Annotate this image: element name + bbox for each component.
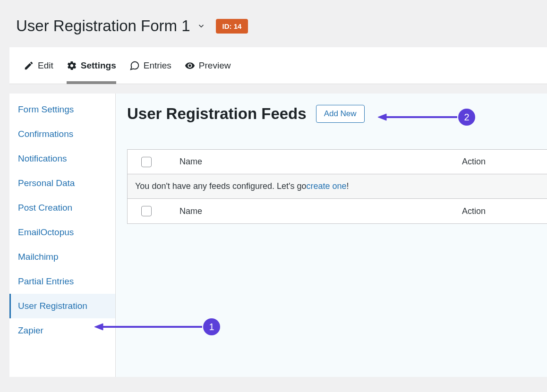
sidebar-item-post-creation[interactable]: Post Creation xyxy=(9,196,115,220)
eye-icon xyxy=(185,60,195,71)
feeds-table: Name Action You don't have any feeds con… xyxy=(127,149,547,224)
content-area: User Registration Feeds Add New Name Act… xyxy=(116,94,547,377)
add-new-button[interactable]: Add New xyxy=(316,105,365,123)
content-title: User Registration Feeds xyxy=(127,105,307,123)
col-footer-action: Action xyxy=(462,206,547,216)
settings-sidebar: Form Settings Confirmations Notification… xyxy=(9,94,116,377)
select-all-checkbox-top[interactable] xyxy=(141,157,152,167)
create-one-link[interactable]: create one xyxy=(306,181,346,191)
table-header-row: Name Action xyxy=(128,150,547,174)
tab-preview-label: Preview xyxy=(199,60,231,71)
sidebar-item-partial-entries[interactable]: Partial Entries xyxy=(9,269,115,294)
chevron-down-icon[interactable] xyxy=(197,22,205,30)
tab-bar: Edit Settings Entries Preview xyxy=(9,47,547,84)
edit-icon xyxy=(24,60,34,71)
annotation-badge-1: 1 xyxy=(203,318,220,335)
sidebar-item-confirmations[interactable]: Confirmations xyxy=(9,122,115,146)
comment-icon xyxy=(129,60,140,71)
empty-feeds-message: You don't have any feeds configured. Let… xyxy=(128,174,547,199)
sidebar-item-user-registration[interactable]: User Registration xyxy=(9,294,115,318)
sidebar-item-personal-data[interactable]: Personal Data xyxy=(9,171,115,196)
sidebar-item-form-settings[interactable]: Form Settings xyxy=(9,97,115,122)
sidebar-item-zapier[interactable]: Zapier xyxy=(9,318,115,343)
tab-edit[interactable]: Edit xyxy=(24,47,53,84)
sidebar-item-notifications[interactable]: Notifications xyxy=(9,146,115,171)
tab-settings[interactable]: Settings xyxy=(67,47,116,84)
empty-msg-suffix: ! xyxy=(347,181,349,191)
select-all-checkbox-bottom[interactable] xyxy=(141,206,152,216)
tab-entries[interactable]: Entries xyxy=(129,47,171,84)
main-split: Form Settings Confirmations Notification… xyxy=(9,94,547,377)
form-title: User Registration Form 1 xyxy=(16,17,190,35)
sidebar-item-emailoctopus[interactable]: EmailOctopus xyxy=(9,220,115,245)
tab-preview[interactable]: Preview xyxy=(185,47,231,84)
col-footer-name: Name xyxy=(165,206,462,216)
table-footer-row: Name Action xyxy=(128,199,547,223)
gears-icon xyxy=(67,60,77,71)
sidebar-item-mailchimp[interactable]: Mailchimp xyxy=(9,245,115,269)
col-header-name: Name xyxy=(165,157,462,167)
tab-entries-label: Entries xyxy=(144,60,171,71)
empty-msg-prefix: You don't have any feeds configured. Let… xyxy=(135,181,306,191)
col-header-action: Action xyxy=(462,157,547,167)
tab-settings-label: Settings xyxy=(81,60,116,71)
id-badge: ID: 14 xyxy=(216,19,248,34)
page-header: User Registration Form 1 ID: 14 xyxy=(9,9,547,47)
tab-edit-label: Edit xyxy=(38,60,53,71)
